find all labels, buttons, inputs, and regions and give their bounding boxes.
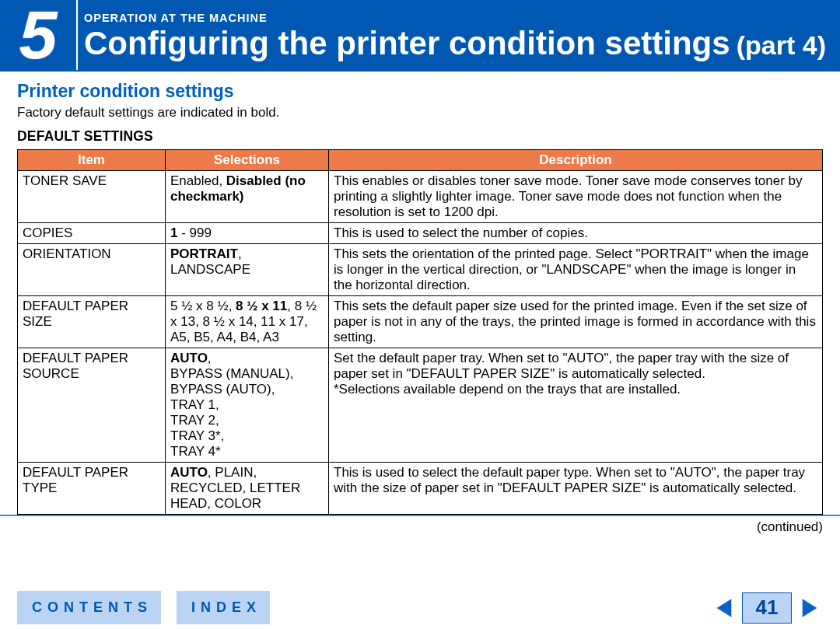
index-button[interactable]: INDEX [177,591,270,624]
table-row: DEFAULT PAPER TYPEAUTO, PLAIN, RECYCLED,… [18,463,823,515]
chapter-number: 5 [0,0,78,70]
section-heading: Printer condition settings [17,81,823,102]
svg-marker-1 [803,599,817,617]
cell-item: COPIES [18,223,166,244]
table-row: TONER SAVEEnabled, Disabled (no checkmar… [18,171,823,223]
cell-selections: 1 - 999 [166,223,329,244]
subsection-heading: DEFAULT SETTINGS [17,128,823,145]
intro-paragraph: Factory default settings are indicated i… [17,105,823,121]
cell-description: This enables or disables toner save mode… [329,171,823,223]
page-title: Configuring the printer condition settin… [84,25,730,62]
table-row: COPIES1 - 999This is used to select the … [18,223,823,244]
cell-description: This is used to select the default paper… [329,463,823,515]
svg-marker-0 [717,599,732,617]
cell-description: Set the default paper tray. When set to … [329,348,823,463]
header-eyebrow: OPERATION AT THE MACHINE [84,12,840,24]
table-row: DEFAULT PAPER SIZE5 ½ x 8 ½, 8 ½ x 11, 8… [18,296,823,348]
cell-item: ORIENTATION [18,244,166,296]
cell-item: TONER SAVE [18,171,166,223]
cell-item: DEFAULT PAPER SIZE [18,296,166,348]
cell-selections: PORTRAIT, LANDSCAPE [166,244,329,296]
table-header-item: Item [18,150,166,171]
content-area: Printer condition settings Factory defau… [0,72,840,515]
table-row: DEFAULT PAPER SOURCEAUTO, BYPASS (MANUAL… [18,348,823,463]
cell-item: DEFAULT PAPER TYPE [18,463,166,515]
page-header: 5 OPERATION AT THE MACHINE Configuring t… [0,0,840,72]
next-page-icon[interactable] [796,595,823,621]
table-row: ORIENTATIONPORTRAIT, LANDSCAPEThis sets … [18,244,823,296]
prev-page-icon[interactable] [711,595,737,621]
page-number: 41 [742,592,792,624]
cell-selections: Enabled, Disabled (no checkmark) [166,171,329,223]
footer-bar: CONTENTS INDEX 41 [0,586,840,629]
continued-label: (continued) [0,516,840,535]
header-right: OPERATION AT THE MACHINE Configuring the… [78,0,840,70]
cell-item: DEFAULT PAPER SOURCE [18,348,166,463]
settings-table: Item Selections Description TONER SAVEEn… [17,149,823,515]
part-label: (part 4) [737,30,826,61]
cell-description: This sets the orientation of the printed… [329,244,823,296]
cell-description: This is used to select the number of cop… [329,223,823,244]
cell-description: This sets the default paper size used fo… [329,296,823,348]
cell-selections: AUTO, PLAIN, RECYCLED, LETTER HEAD, COLO… [166,463,329,515]
table-header-description: Description [329,150,823,171]
cell-selections: AUTO, BYPASS (MANUAL), BYPASS (AUTO), TR… [166,348,329,463]
contents-button[interactable]: CONTENTS [17,591,161,624]
cell-selections: 5 ½ x 8 ½, 8 ½ x 11, 8 ½ x 13, 8 ½ x 14,… [166,296,329,348]
table-header-selections: Selections [166,150,329,171]
